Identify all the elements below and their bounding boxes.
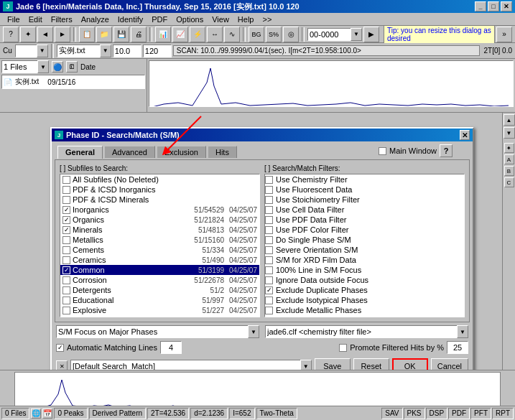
menu-view[interactable]: View <box>208 14 233 25</box>
menu-help[interactable]: Help <box>233 14 259 25</box>
toolbar-btn-13[interactable]: ∿ <box>224 27 240 42</box>
menu-edit[interactable]: Edit <box>24 14 47 25</box>
filter-xrd-film[interactable]: S/M for XRD Film Data <box>265 255 464 265</box>
filter-stoichiometry[interactable]: Use Stoichiometry Filter <box>265 195 464 205</box>
cb-educational[interactable] <box>62 297 70 304</box>
cb-auto-match[interactable] <box>56 344 64 352</box>
list-item-ceramics[interactable]: Ceramics 51/490 04/25/07 <box>60 255 259 265</box>
cb-organics[interactable] <box>62 216 70 224</box>
cb-minerals[interactable] <box>62 226 70 234</box>
filter-pdf-data[interactable]: Use PDF Data Filter <box>265 215 464 225</box>
menu-options[interactable]: Options <box>172 14 208 25</box>
files-btn[interactable]: 🔵 <box>52 61 63 73</box>
right-btn-2[interactable]: A <box>504 154 514 164</box>
file-arrow[interactable]: ▼ <box>100 45 111 57</box>
right-scroll-2[interactable]: ▼ <box>504 127 515 139</box>
cb-detergents[interactable] <box>62 286 70 294</box>
menu-pdf[interactable]: PDF <box>147 14 172 25</box>
dialog-close-button[interactable]: ✕ <box>460 130 470 140</box>
toolbar-btn-11[interactable]: ⚡ <box>190 27 205 42</box>
tab-dsp[interactable]: DSP <box>426 408 448 419</box>
cb-pdf-in[interactable] <box>62 186 70 194</box>
element-arrow[interactable]: ▼ <box>37 45 48 57</box>
toolbar-btn-3[interactable]: ◄ <box>37 27 53 42</box>
menu-identify[interactable]: Identify <box>113 14 147 25</box>
list-item-inorganics[interactable]: Inorganics 51/54529 04/25/07 <box>60 205 259 215</box>
auto-match-value[interactable] <box>160 341 182 354</box>
element-dropdown[interactable]: ▼ <box>15 45 48 57</box>
focus-arrow[interactable]: ▼ <box>248 325 259 338</box>
cb-explosive[interactable] <box>62 307 70 314</box>
filter-file-dropdown[interactable]: ▼ <box>265 325 468 338</box>
maximize-button[interactable]: □ <box>488 1 499 11</box>
main-window-checkbox[interactable] <box>379 147 386 155</box>
cb-pdf-data[interactable] <box>265 216 273 224</box>
filter-single-phase[interactable]: Do Single Phase S/M <box>265 235 464 245</box>
toolbar-btn-end[interactable]: » <box>496 27 512 42</box>
filter-exclude-dup[interactable]: Exclude Duplicate Phases <box>265 285 464 295</box>
filter-exclude-iso[interactable]: Exclude Isotypical Phases <box>265 295 464 305</box>
filters-list[interactable]: Use Chemistry Filter Use Fluorescent Dat… <box>264 174 465 317</box>
cb-promote[interactable] <box>339 344 347 352</box>
list-item-minerals[interactable]: Minerals 51/4813 04/25/07 <box>60 225 259 235</box>
ok-button[interactable]: OK <box>392 358 428 370</box>
cb-cements[interactable] <box>62 246 70 254</box>
toolbar-btn-sm[interactable]: S% <box>266 27 282 42</box>
cancel-button[interactable]: Cancel <box>431 358 468 370</box>
element-input[interactable] <box>15 45 37 57</box>
files-dropdown[interactable]: ▼ <box>1 60 49 73</box>
tab-advanced[interactable]: Advanced <box>104 146 155 158</box>
focus-input[interactable] <box>56 325 248 338</box>
tab-pft[interactable]: PFT <box>470 408 491 419</box>
filter-severe[interactable]: Severe Orientation S/M <box>265 245 464 255</box>
list-item-explosive[interactable]: Explosive 51/227 04/25/07 <box>60 305 259 315</box>
help-button[interactable]: ? <box>440 144 453 157</box>
list-item-organics[interactable]: Organics 51/21824 04/25/07 <box>60 215 259 225</box>
toolbar-btn-1[interactable]: ? <box>3 27 19 42</box>
toolbar-btn-12[interactable]: ↔ <box>207 27 223 42</box>
cb-chemistry[interactable] <box>265 176 273 184</box>
search-arrow[interactable]: ▼ <box>300 360 312 370</box>
menu-file[interactable]: File <box>3 14 24 25</box>
status-icon-1[interactable]: 🌐 <box>31 409 41 419</box>
menu-filters[interactable]: Filters <box>47 14 77 25</box>
cb-exclude-met[interactable] <box>265 307 273 314</box>
cb-stoichiometry[interactable] <box>265 196 273 204</box>
filter-cell-data[interactable]: Use Cell Data Filter <box>265 205 464 215</box>
list-item-corrosion[interactable]: Corrosion 51/22678 04/25/07 <box>60 275 259 285</box>
filter-exclude-met[interactable]: Exclude Metallic Phases <box>265 305 464 315</box>
toolbar-btn-5[interactable]: 📋 <box>79 27 95 42</box>
toolbar-btn-7[interactable]: 💾 <box>113 27 129 42</box>
list-item-educational[interactable]: Educational 51/997 04/25/07 <box>60 295 259 305</box>
tab-hits[interactable]: Hits <box>208 146 237 158</box>
right-scroll-1[interactable]: ▲ <box>504 114 515 126</box>
minimize-button[interactable]: _ <box>475 1 486 11</box>
tab-pdf[interactable]: PDF <box>448 408 470 419</box>
menu-more[interactable]: >> <box>258 14 276 25</box>
files-arrow[interactable]: ▼ <box>37 60 49 73</box>
list-item-detergents[interactable]: Detergents 51/2 04/25/07 <box>60 285 259 295</box>
search-input[interactable] <box>70 360 300 370</box>
right-btn-4[interactable]: C <box>504 177 514 187</box>
filter-file-arrow[interactable]: ▼ <box>457 325 468 338</box>
filter-chemistry[interactable]: Use Chemistry Filter <box>265 174 464 185</box>
list-item-all[interactable]: All Subfiles (No Deleted) <box>60 174 259 185</box>
search-dropdown[interactable]: ▼ <box>70 360 312 370</box>
cb-exclude-iso[interactable] <box>265 297 273 304</box>
status-icon-2[interactable]: 📅 <box>42 409 52 419</box>
cb-fluorescent[interactable] <box>265 186 273 194</box>
cb-all[interactable] <box>62 176 70 184</box>
close-button[interactable]: ✕ <box>501 1 512 11</box>
toolbar-btn-circle[interactable]: ◎ <box>283 27 299 42</box>
filter-ignore-outside[interactable]: Ignore Data outside Focus <box>265 275 464 285</box>
tab-general[interactable]: General <box>57 146 103 159</box>
file-input[interactable] <box>57 45 100 57</box>
toolbar-btn-6[interactable]: 📁 <box>96 27 112 42</box>
reset-button[interactable]: Reset <box>353 358 389 370</box>
range-dropdown-arrow[interactable]: ▼ <box>351 28 362 41</box>
cb-pdf-min[interactable] <box>62 196 70 204</box>
toolbar-btn-8[interactable]: 🖨 <box>131 27 147 42</box>
filter-fluorescent[interactable]: Use Fluorescent Data <box>265 185 464 195</box>
toolbar-btn-4[interactable]: ► <box>55 27 70 42</box>
cb-cell-data[interactable] <box>265 206 273 214</box>
